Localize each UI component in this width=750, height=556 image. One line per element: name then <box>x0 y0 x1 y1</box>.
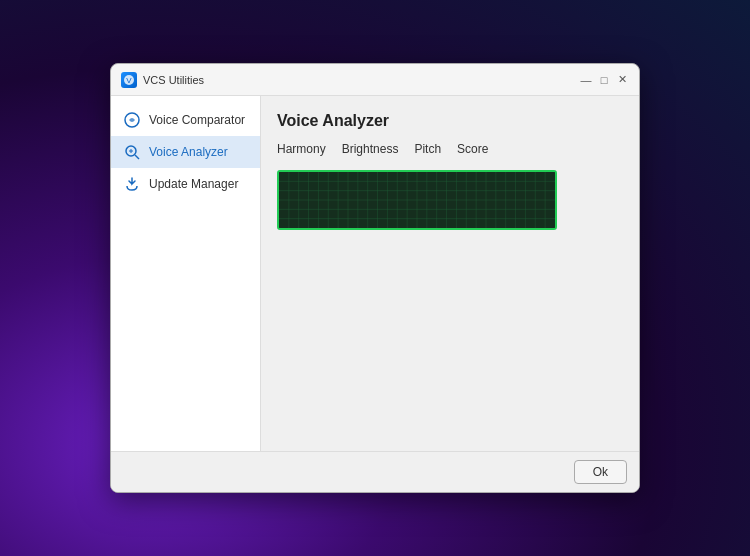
sidebar-label-update-manager: Update Manager <box>149 177 238 191</box>
maximize-button[interactable]: □ <box>597 73 611 87</box>
minimize-button[interactable]: — <box>579 73 593 87</box>
visualizer-grid <box>279 172 555 228</box>
tab-harmony[interactable]: Harmony <box>277 140 326 158</box>
window-title: VCS Utilities <box>143 74 579 86</box>
tab-score[interactable]: Score <box>457 140 488 158</box>
sidebar-item-voice-comparator[interactable]: Voice Comparator <box>111 104 260 136</box>
sidebar-item-update-manager[interactable]: Update Manager <box>111 168 260 200</box>
tab-bar: Harmony Brightness Pitch Score <box>277 140 623 158</box>
window-controls: — □ ✕ <box>579 73 629 87</box>
sidebar-item-voice-analyzer[interactable]: Voice Analyzer <box>111 136 260 168</box>
update-manager-icon <box>123 175 141 193</box>
svg-text:V: V <box>126 76 132 85</box>
tab-brightness[interactable]: Brightness <box>342 140 399 158</box>
app-icon: V <box>121 72 137 88</box>
svg-line-4 <box>135 155 139 159</box>
titlebar: V VCS Utilities — □ ✕ <box>111 64 639 96</box>
close-button[interactable]: ✕ <box>615 73 629 87</box>
voice-analyzer-icon <box>123 143 141 161</box>
visualizer <box>277 170 557 230</box>
main-window: V VCS Utilities — □ ✕ Voice Comparator <box>110 63 640 493</box>
page-title: Voice Analyzer <box>277 112 623 130</box>
main-panel: Voice Analyzer Harmony Brightness Pitch … <box>261 96 639 451</box>
ok-button[interactable]: Ok <box>574 460 627 484</box>
voice-comparator-icon <box>123 111 141 129</box>
footer: Ok <box>111 451 639 492</box>
tab-pitch[interactable]: Pitch <box>414 140 441 158</box>
sidebar-label-voice-analyzer: Voice Analyzer <box>149 145 228 159</box>
sidebar-label-voice-comparator: Voice Comparator <box>149 113 245 127</box>
sidebar: Voice Comparator Voice Analyzer <box>111 96 261 451</box>
content-area: Voice Comparator Voice Analyzer <box>111 96 639 451</box>
